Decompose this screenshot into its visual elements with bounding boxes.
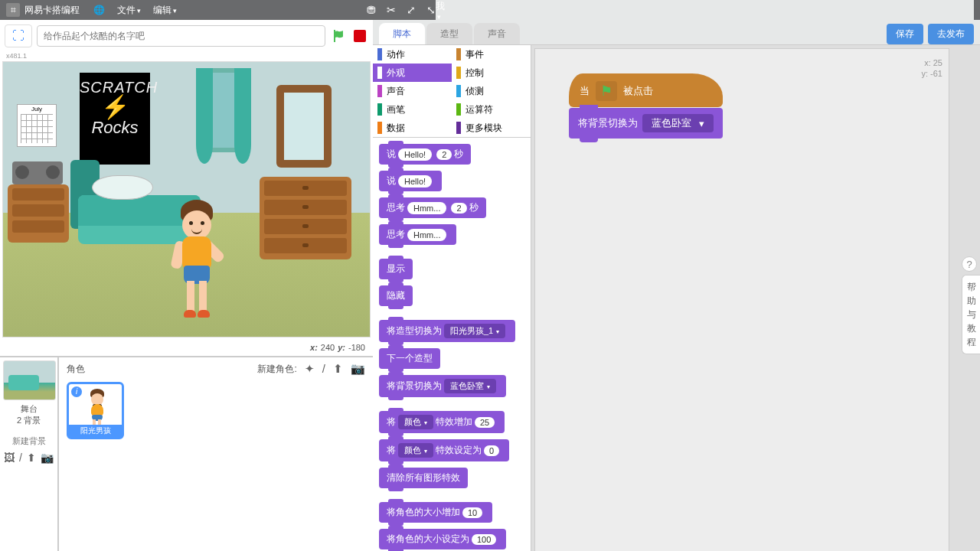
sprite-name: 阳光男孩 (69, 425, 122, 437)
app-title: 网易卡搭编程 (24, 4, 80, 17)
block-switch-costume[interactable]: 将造型切换为阳光男孩_1▾ (379, 320, 515, 342)
backdrop-count: 2 背景 (3, 415, 54, 426)
green-flag-button[interactable] (330, 28, 347, 44)
block-when-flag-clicked[interactable]: 当 ⚑ 被点击 (569, 73, 723, 107)
grow-icon[interactable]: ⤢ (407, 4, 416, 16)
logo-icon: ⌗ (6, 3, 20, 17)
scene-radio (12, 161, 63, 184)
green-flag-icon: ⚑ (596, 81, 617, 101)
category-grid: 动作 事件 外观 控制 声音 侦测 画笔 运算符 数据 更多模块 (373, 45, 531, 138)
block-clear-effects[interactable]: 清除所有图形特效 (379, 468, 468, 488)
stage[interactable]: SCRATCH ⚡ Rocks July (2, 61, 371, 337)
cat-sensing[interactable]: 侦测 (452, 82, 531, 100)
block-change-effect[interactable]: 将颜色▾特效增加25 (379, 411, 505, 433)
sprite-info-icon[interactable]: i (71, 386, 82, 397)
menu-file[interactable]: 文件▾ (117, 4, 141, 17)
tab-scripts[interactable]: 脚本 (379, 23, 425, 45)
block-say[interactable]: 说Hello! (379, 171, 442, 191)
cat-events[interactable]: 事件 (452, 45, 531, 64)
block-palette[interactable]: 说Hello!2秒 说Hello! 思考Hmm...2秒 思考Hmm... 显示… (373, 138, 531, 551)
stage-label: 舞台 (3, 403, 54, 415)
stamp-icon[interactable]: ⛃ (367, 4, 376, 16)
help-tab[interactable]: 帮助与教程 (962, 275, 980, 354)
language-icon[interactable]: 🌐 (93, 5, 105, 15)
block-think-secs[interactable]: 思考Hmm...2秒 (379, 197, 486, 218)
scene-dresser (260, 177, 351, 259)
block-next-costume[interactable]: 下一个造型 (379, 348, 440, 369)
sprites-label: 角色 (67, 363, 85, 376)
shrink-icon[interactable]: ⤡ (426, 4, 436, 16)
camera-sprite-icon[interactable]: 📷 (351, 362, 365, 376)
help-icon[interactable]: ? (962, 256, 977, 272)
scene-curtain (196, 68, 213, 164)
backdrop-dropdown[interactable]: 蓝色卧室▾ (642, 114, 714, 132)
save-button[interactable]: 保存 (887, 24, 923, 44)
cat-sound[interactable]: 声音 (373, 82, 452, 100)
paint-backdrop-icon[interactable]: / (19, 452, 22, 464)
paint-sprite-icon[interactable]: / (322, 362, 325, 376)
stop-button[interactable] (351, 28, 368, 44)
new-backdrop-label: 新建背景 (3, 435, 54, 447)
block-show[interactable]: 显示 (379, 259, 413, 279)
upload-sprite-icon[interactable]: ⬆ (333, 362, 343, 376)
cat-data[interactable]: 数据 (373, 119, 452, 137)
menu-edit[interactable]: 编辑▾ (153, 4, 177, 17)
top-menu-bar: ⌗ 网易卡搭编程 🌐 文件▾ 编辑▾ ⛃ ✂ ⤢ ⤡ 我▾ (0, 0, 980, 20)
script-area[interactable]: x: 25 y: -61 当 ⚑ 被点击 将背景切换为 蓝色卧室▾ (531, 45, 980, 551)
cat-looks[interactable]: 外观 (373, 64, 452, 82)
block-set-size[interactable]: 将角色的大小设定为100 (379, 529, 506, 549)
cat-operators[interactable]: 运算符 (452, 100, 531, 119)
block-think[interactable]: 思考Hmm... (379, 224, 456, 245)
tab-costumes[interactable]: 造型 (426, 23, 472, 45)
stage-coords: x:240 y:-180 (0, 339, 373, 356)
cat-motion[interactable]: 动作 (373, 45, 452, 64)
fullscreen-icon[interactable]: ⛶ (5, 24, 32, 47)
scene-poster: SCRATCH ⚡ Rocks (80, 73, 150, 165)
cat-more[interactable]: 更多模块 (452, 119, 531, 137)
scene-mirror (276, 85, 332, 168)
block-change-size[interactable]: 将角色的大小增加10 (379, 502, 492, 523)
block-say-secs[interactable]: 说Hello!2秒 (379, 144, 471, 165)
cat-control[interactable]: 控制 (452, 64, 531, 82)
choose-backdrop-icon[interactable]: 🖼 (4, 452, 15, 464)
new-sprite-label: 新建角色: (257, 363, 296, 376)
script-stack[interactable]: 当 ⚑ 被点击 将背景切换为 蓝色卧室▾ (569, 73, 723, 139)
sprite-coords: x: 25 y: -61 (904, 58, 942, 78)
tab-sounds[interactable]: 声音 (474, 23, 520, 45)
publish-button[interactable]: 去发布 (928, 24, 974, 44)
block-hide[interactable]: 隐藏 (379, 285, 413, 306)
scene-nightstand (8, 184, 69, 243)
camera-backdrop-icon[interactable]: 📷 (41, 452, 54, 464)
scene-curtain (234, 68, 251, 164)
block-set-effect[interactable]: 将颜色▾特效设定为0 (379, 439, 509, 461)
cat-pen[interactable]: 画笔 (373, 100, 452, 119)
block-switch-backdrop[interactable]: 将背景切换为蓝色卧室▾ (379, 375, 506, 397)
block-switch-backdrop-script[interactable]: 将背景切换为 蓝色卧室▾ (569, 108, 723, 139)
user-menu[interactable]: 我▾ (436, 0, 974, 21)
stage-dim-hint: x481.1 (0, 52, 373, 60)
sprite-boy[interactable] (164, 200, 225, 330)
sprite-item-boy[interactable]: i 阳光男孩 (67, 382, 124, 439)
cut-icon[interactable]: ✂ (387, 4, 396, 16)
choose-sprite-icon[interactable]: ✦ (305, 362, 315, 376)
stage-thumbnail[interactable] (3, 360, 56, 400)
scene-calendar: July (17, 104, 57, 147)
upload-backdrop-icon[interactable]: ⬆ (27, 452, 36, 464)
project-name-input[interactable] (37, 25, 325, 47)
